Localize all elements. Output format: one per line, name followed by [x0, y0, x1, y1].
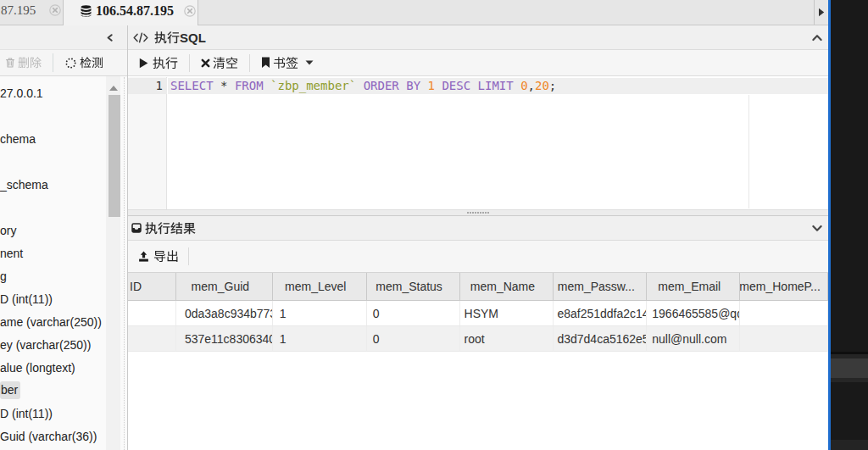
- trash-icon: [6, 58, 14, 68]
- table-cell[interactable]: [740, 326, 828, 351]
- database-tool-window: 87.195 106.54.87.195 27.0.0.1: [0, 0, 828, 450]
- table-cell[interactable]: 0: [367, 301, 460, 325]
- table-cell[interactable]: 537e11c8306340: [176, 326, 273, 351]
- check-button[interactable]: [53, 50, 103, 75]
- tree-item-label: nent: [0, 247, 23, 260]
- tree-item[interactable]: D (int(11)): [0, 287, 103, 310]
- bookmark-button[interactable]: [250, 50, 325, 75]
- toolbar-separator: [188, 247, 189, 265]
- table-cell[interactable]: 0: [367, 326, 460, 351]
- run-button[interactable]: [128, 50, 189, 75]
- result-panel-title-cjk: [145, 222, 196, 235]
- sidebar-scrollbar[interactable]: [106, 76, 120, 450]
- table-cell[interactable]: d3d7d4ca5162e5: [554, 326, 647, 351]
- table-row[interactable]: 0da3a8c934b77310HSYMe8af251ddfa2c1419664…: [128, 301, 828, 326]
- horizontal-splitter[interactable]: [128, 209, 828, 216]
- inbox-icon: [131, 223, 142, 233]
- column-header[interactable]: mem_Level: [273, 273, 367, 300]
- column-header[interactable]: mem_Name: [460, 273, 554, 300]
- chevron-down-icon[interactable]: [812, 225, 822, 232]
- delete-button[interactable]: [0, 50, 53, 75]
- table-cell[interactable]: root: [460, 326, 554, 351]
- column-header[interactable]: mem_Email: [647, 273, 740, 300]
- dashed-circle-icon: [65, 58, 76, 69]
- table-cell[interactable]: HSYM: [460, 301, 554, 325]
- tree-item[interactable]: Guid (varchar(36)): [0, 425, 103, 447]
- column-header[interactable]: mem_Status: [367, 273, 460, 300]
- table-cell[interactable]: null@null.com: [647, 326, 740, 351]
- sql-toolbar: [128, 50, 828, 76]
- splitter-dots: [467, 212, 489, 214]
- tree-item-label: D (int(11)): [0, 292, 53, 306]
- tree-item-label: ber: [0, 381, 20, 399]
- close-icon[interactable]: [49, 4, 61, 16]
- result-panel-header[interactable]: [128, 216, 828, 241]
- column-header[interactable]: mem_HomeP...: [740, 273, 828, 300]
- tree-item-label: ame (varchar(250)): [0, 315, 102, 329]
- close-icon[interactable]: [184, 5, 196, 17]
- tab-title: 87.195: [1, 3, 36, 18]
- column-header[interactable]: ID: [128, 273, 176, 300]
- tree-item[interactable]: D (int(11)): [0, 402, 103, 425]
- column-header[interactable]: mem_Guid: [176, 273, 273, 300]
- tree-item-label: ey (varchar(250)): [0, 338, 91, 352]
- table-cell[interactable]: 1: [273, 326, 367, 351]
- tree-item[interactable]: ory: [0, 219, 103, 242]
- tab-title: 106.54.87.195: [96, 3, 174, 19]
- scroll-up-button[interactable]: [106, 86, 120, 91]
- sql-editor[interactable]: 1 SELECT * FROM `zbp_member` ORDER BY 1 …: [128, 77, 828, 209]
- clear-button[interactable]: [190, 50, 249, 75]
- tree-item[interactable]: [0, 196, 103, 219]
- tree-item-label: g: [0, 269, 7, 283]
- sql-panel-title-cjk: [154, 31, 180, 44]
- delete-label-cjk: [18, 57, 42, 69]
- tree-item[interactable]: [0, 150, 103, 173]
- tree-item[interactable]: alue (longtext): [0, 356, 103, 379]
- table-cell[interactable]: 1: [273, 301, 367, 325]
- editor-gutter: 1: [128, 77, 167, 209]
- tree-item[interactable]: chema: [0, 127, 103, 150]
- tree-item[interactable]: ey (varchar(250)): [0, 333, 103, 356]
- screen: 87.195 106.54.87.195 27.0.0.1: [0, 0, 868, 450]
- chevron-up-icon[interactable]: [812, 34, 822, 42]
- export-button[interactable]: [128, 241, 188, 272]
- print-margin-line: [748, 95, 749, 208]
- sidebar-toolbar: [0, 50, 127, 76]
- table-cell[interactable]: 0da3a8c934b773: [176, 301, 273, 325]
- column-header[interactable]: mem_Passw...: [554, 273, 647, 300]
- bookmark-icon: [261, 57, 270, 69]
- table-row[interactable]: 537e11c830634010rootd3d7d4ca5162e5null@n…: [128, 326, 828, 352]
- bookmark-label-cjk: [273, 57, 298, 69]
- tree-item-label: 27.0.0.1: [0, 86, 43, 100]
- tab-partial[interactable]: 87.195: [0, 0, 64, 25]
- tree-item[interactable]: ber: [0, 379, 103, 402]
- tree-item[interactable]: g: [0, 264, 103, 287]
- tree-item-label: alue (longtext): [0, 361, 75, 375]
- panel-splitter[interactable]: [124, 77, 125, 450]
- table-cell[interactable]: 1966465585@qq: [647, 301, 740, 325]
- tree-item[interactable]: [0, 104, 103, 127]
- sql-panel-title-latin: SQL: [180, 31, 206, 45]
- upload-icon: [138, 251, 149, 262]
- scrollbar-thumb[interactable]: [108, 95, 120, 217]
- result-table: IDmem_Guidmem_Levelmem_Statusmem_Namemem…: [128, 272, 828, 352]
- table-cell[interactable]: [128, 301, 176, 325]
- run-label-cjk: [153, 57, 178, 69]
- table-cell[interactable]: e8af251ddfa2c14: [554, 301, 647, 325]
- check-label-cjk: [80, 57, 103, 69]
- sql-panel-header[interactable]: SQL: [128, 25, 828, 50]
- sidebar: 27.0.0.1 chema _schema ory nent g D (int…: [0, 25, 127, 450]
- tree-item[interactable]: ame (varchar(250)): [0, 310, 103, 333]
- tree-item[interactable]: 27.0.0.1: [0, 81, 103, 104]
- tab-active[interactable]: 106.54.87.195: [63, 0, 198, 26]
- play-icon: [139, 58, 148, 69]
- tree-item-label: D (int(11)): [0, 407, 53, 420]
- tree-item[interactable]: nent: [0, 242, 103, 264]
- sql-code-line[interactable]: SELECT * FROM `zbp_member` ORDER BY 1 DE…: [170, 78, 556, 94]
- table-cell[interactable]: [740, 301, 828, 325]
- tab-scroll-right-button[interactable]: [814, 0, 828, 25]
- tree-item[interactable]: _schema: [0, 173, 103, 196]
- collapse-sidebar-icon[interactable]: [107, 34, 113, 42]
- table-cell[interactable]: [128, 326, 176, 351]
- tree-item-label: Guid (varchar(36)): [0, 430, 97, 443]
